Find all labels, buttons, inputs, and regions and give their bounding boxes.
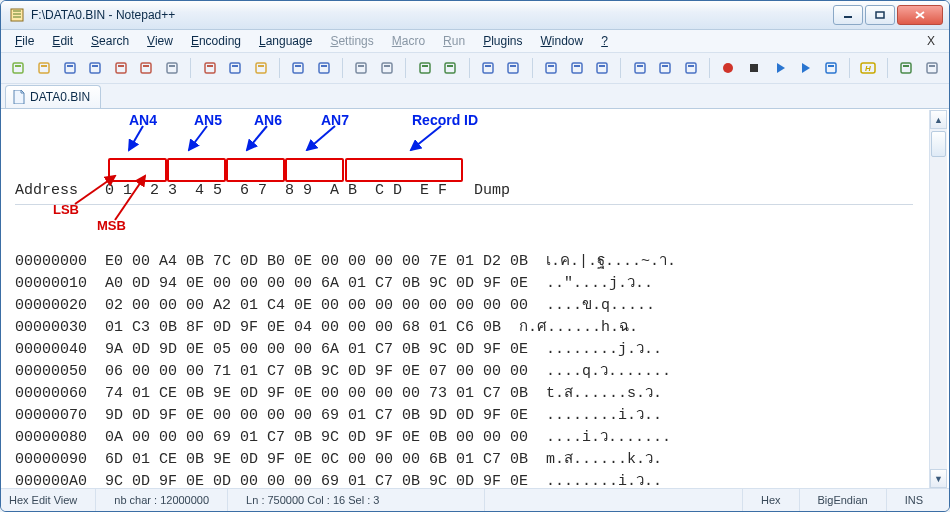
svg-rect-53 [826,63,836,73]
svg-rect-20 [232,65,238,67]
menu-edit[interactable]: Edit [44,32,81,50]
toolbar-separator [620,58,621,78]
svg-rect-23 [293,63,303,73]
status-enc1: Hex [743,489,800,511]
menubar-close-doc[interactable]: X [919,32,943,50]
toolbar-separator [849,58,850,78]
menu-view[interactable]: View [139,32,181,50]
svg-rect-13 [141,63,151,73]
status-chars: nb char : 12000000 [96,489,228,511]
copy-icon[interactable] [224,56,247,80]
menu-run[interactable]: Run [435,32,473,50]
hex-row[interactable]: 00000000 E0 00 A4 0B 7C 0D B0 0E 00 00 0… [15,251,913,273]
hex-row[interactable]: 00000070 9D 0D 9F 0E 00 00 00 00 69 01 C… [15,405,913,427]
svg-point-51 [723,63,733,73]
spell-icon[interactable] [895,56,918,80]
record-macro-icon[interactable] [717,56,740,80]
menu-search[interactable]: Search [83,32,137,50]
show-all-icon[interactable] [565,56,588,80]
play-macro-icon[interactable] [768,56,791,80]
hex-row[interactable]: 00000010 A0 0D 94 0E 00 00 00 00 6A 01 C… [15,273,913,295]
save-icon[interactable] [58,56,81,80]
sync-h-icon[interactable] [502,56,525,80]
save-all-icon[interactable] [84,56,107,80]
new-file-icon[interactable] [7,56,30,80]
svg-rect-57 [901,63,911,73]
vertical-scrollbar[interactable]: ▲ ▼ [929,110,947,488]
toolbar-separator [709,58,710,78]
svg-rect-11 [116,63,126,73]
menu-window[interactable]: Window [533,32,592,50]
maximize-button[interactable] [865,5,895,25]
print-icon[interactable] [161,56,184,80]
window-title: F:\DATA0.BIN - Notepad++ [31,8,833,22]
menubar: FileEditSearchViewEncodingLanguageSettin… [1,30,949,53]
svg-rect-21 [256,63,266,73]
menu-settings[interactable]: Settings [322,32,381,50]
open-file-icon[interactable] [33,56,56,80]
svg-rect-1 [844,16,852,18]
hex-row[interactable]: 00000090 6D 01 CE 0B 9E 0D 9F 0E 0C 00 0… [15,449,913,471]
undo-icon[interactable] [287,56,310,80]
editor-area: Address 0 1 2 3 4 5 6 7 8 9 A B C D E F … [1,109,949,488]
svg-rect-48 [662,65,668,67]
hex-highlight-icon[interactable]: H [857,56,880,80]
app-window: F:\DATA0.BIN - Notepad++ FileEditSearchV… [0,0,950,512]
hex-row[interactable]: 00000060 74 01 CE 0B 9E 0D 9F 0E 00 00 0… [15,383,913,405]
close-icon[interactable] [109,56,132,80]
hex-row[interactable]: 00000020 02 00 00 00 A2 01 C4 0E 00 00 0… [15,295,913,317]
svg-rect-33 [445,63,455,73]
svg-rect-44 [599,65,605,67]
svg-rect-2 [876,12,884,18]
minimize-button[interactable] [833,5,863,25]
menu-plugins[interactable]: Plugins [475,32,530,50]
hex-viewport[interactable]: Address 0 1 2 3 4 5 6 7 8 9 A B C D E F … [1,110,949,488]
menu-macro[interactable]: Macro [384,32,433,50]
paste-icon[interactable] [249,56,272,80]
svg-rect-47 [660,63,670,73]
svg-rect-28 [358,65,364,67]
sync-v-icon[interactable] [476,56,499,80]
svg-rect-19 [230,63,240,73]
save-macro-icon[interactable] [820,56,843,80]
unfold-icon[interactable] [654,56,677,80]
fold-icon[interactable] [628,56,651,80]
scroll-track[interactable] [930,129,947,469]
cut-icon[interactable] [198,56,221,80]
collapse-level-icon[interactable] [680,56,703,80]
toolbar: H [1,53,949,84]
status-ins: INS [887,489,941,511]
hex-row[interactable]: 00000040 9A 0D 9D 0E 05 00 00 00 6A 01 C… [15,339,913,361]
scroll-up-arrow[interactable]: ▲ [930,110,947,129]
menu-language[interactable]: Language [251,32,320,50]
scroll-down-arrow[interactable]: ▼ [930,469,947,488]
hex-row[interactable]: 00000030 01 C3 0B 8F 0D 9F 0E 04 00 00 0… [15,317,913,339]
menu-file[interactable]: File [7,32,42,50]
svg-rect-45 [635,63,645,73]
tab-data0bin[interactable]: DATA0.BIN [5,85,101,108]
svg-rect-18 [207,65,213,67]
redo-icon[interactable] [313,56,336,80]
indent-guide-icon[interactable] [591,56,614,80]
hex-row[interactable]: 00000050 06 00 00 00 71 01 C7 0B 9C 0D 9… [15,361,913,383]
stop-macro-icon[interactable] [743,56,766,80]
play-multi-icon[interactable] [794,56,817,80]
toolbar-separator [279,58,280,78]
scroll-thumb[interactable] [931,131,946,157]
menu-encoding[interactable]: Encoding [183,32,249,50]
find-icon[interactable] [350,56,373,80]
wrap-icon[interactable] [540,56,563,80]
zoom-in-icon[interactable] [413,56,436,80]
svg-rect-54 [828,65,834,67]
hex-row[interactable]: 00000080 0A 00 00 00 69 01 C7 0B 9C 0D 9… [15,427,913,449]
zoom-out-icon[interactable] [439,56,462,80]
menu-?[interactable]: ? [593,32,616,50]
doc-compare-icon[interactable] [920,56,943,80]
window-buttons [833,5,943,25]
svg-rect-3 [13,63,23,73]
replace-icon[interactable] [376,56,399,80]
close-all-icon[interactable] [135,56,158,80]
close-button[interactable] [897,5,943,25]
svg-rect-41 [572,63,582,73]
hex-row[interactable]: 000000A0 9C 0D 9F 0E 0D 00 00 00 69 01 C… [15,471,913,488]
